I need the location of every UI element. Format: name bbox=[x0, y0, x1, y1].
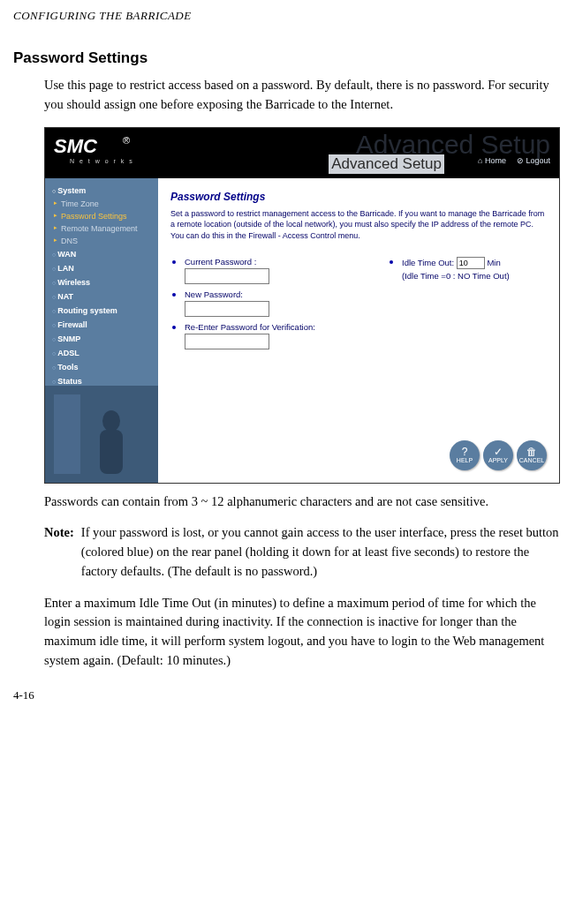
router-screenshot: SMC ® N e t w o r k s Advanced Setup Adv… bbox=[44, 127, 560, 484]
sidebar-illustration bbox=[45, 386, 158, 483]
idle-timeout-hint: (Idle Time =0 : NO Time Out) bbox=[402, 271, 547, 281]
verify-password-row: Re-Enter Password for Verification: bbox=[170, 322, 388, 349]
content-heading: Password Settings bbox=[170, 191, 547, 203]
password-form: Current Password : New Password: Re-Ente… bbox=[170, 257, 547, 355]
person-icon bbox=[45, 386, 158, 483]
home-link[interactable]: ⌂ Home bbox=[478, 156, 506, 165]
current-password-row: Current Password : bbox=[170, 257, 388, 284]
screenshot-header: SMC ® N e t w o r k s Advanced Setup Adv… bbox=[45, 128, 559, 178]
help-icon: ? bbox=[462, 447, 468, 457]
action-buttons: ? HELP ✓ APPLY 🗑 CANCEL bbox=[450, 440, 547, 470]
verify-password-label: Re-Enter Password for Verification: bbox=[185, 322, 315, 332]
current-password-input[interactable] bbox=[185, 268, 269, 284]
header-title: Advanced Setup bbox=[329, 154, 444, 174]
nav-system[interactable]: System bbox=[45, 184, 158, 198]
running-header: CONFIGURING THE BARRICADE bbox=[13, 9, 562, 23]
note-block: Note: If your password is lost, or you c… bbox=[44, 523, 562, 581]
nav-nat[interactable]: NAT bbox=[45, 289, 158, 304]
note-label: Note: bbox=[44, 523, 74, 581]
note-text: If your password is lost, or you cannot … bbox=[81, 523, 562, 581]
new-password-input[interactable] bbox=[185, 301, 269, 317]
nav-dns[interactable]: DNS bbox=[45, 235, 158, 247]
content-description: Set a password to restrict management ac… bbox=[170, 208, 547, 242]
help-button[interactable]: ? HELP bbox=[450, 440, 480, 470]
form-left-column: Current Password : New Password: Re-Ente… bbox=[170, 257, 388, 355]
apply-button[interactable]: ✓ APPLY bbox=[483, 440, 513, 470]
nav-remote-management[interactable]: Remote Management bbox=[45, 222, 158, 235]
new-password-row: New Password: bbox=[170, 289, 388, 317]
screenshot-body: System Time Zone Password Settings Remot… bbox=[45, 178, 559, 483]
idle-timeout-unit: Min bbox=[487, 258, 500, 267]
verify-password-input[interactable] bbox=[185, 334, 269, 349]
nav-lan[interactable]: LAN bbox=[45, 261, 158, 275]
nav-adsl[interactable]: ADSL bbox=[45, 346, 158, 360]
manual-page: CONFIGURING THE BARRICADE Password Setti… bbox=[0, 0, 575, 720]
nav-routing[interactable]: Routing system bbox=[45, 304, 158, 318]
nav-firewall[interactable]: Firewall bbox=[45, 318, 158, 332]
nav-snmp[interactable]: SNMP bbox=[45, 332, 158, 346]
idle-paragraph: Enter a maximum Idle Time Out (in minute… bbox=[44, 594, 562, 671]
cancel-icon: 🗑 bbox=[526, 447, 537, 457]
idle-timeout-input[interactable] bbox=[457, 257, 485, 269]
nav-wireless[interactable]: Wireless bbox=[45, 275, 158, 289]
nav-wan[interactable]: WAN bbox=[45, 247, 158, 261]
idle-timeout-label: Idle Time Out: bbox=[402, 258, 454, 267]
svg-point-2 bbox=[102, 410, 120, 432]
nav-timezone[interactable]: Time Zone bbox=[45, 198, 158, 210]
logout-icon: ⊘ bbox=[517, 156, 526, 165]
brand-logo: SMC bbox=[54, 135, 97, 158]
idle-timeout-row: Idle Time Out: Min (Idle Time =0 : NO Ti… bbox=[388, 257, 547, 281]
nav-tools[interactable]: Tools bbox=[45, 360, 158, 374]
logout-link[interactable]: ⊘ Logout bbox=[517, 156, 550, 165]
section-title: Password Settings bbox=[13, 49, 562, 67]
brand-sublabel: N e t w o r k s bbox=[70, 158, 134, 164]
svg-rect-1 bbox=[54, 394, 80, 474]
registered-mark: ® bbox=[123, 135, 130, 146]
home-icon: ⌂ bbox=[478, 156, 485, 165]
nav-password-settings[interactable]: Password Settings bbox=[45, 210, 158, 222]
svg-rect-3 bbox=[100, 430, 123, 474]
page-number: 4-16 bbox=[13, 688, 562, 702]
intro-paragraph: Use this page to restrict access based o… bbox=[44, 76, 562, 115]
current-password-label: Current Password : bbox=[185, 257, 256, 267]
new-password-label: New Password: bbox=[185, 289, 243, 299]
form-right-column: Idle Time Out: Min (Idle Time =0 : NO Ti… bbox=[388, 257, 547, 355]
apply-icon: ✓ bbox=[494, 447, 503, 457]
cancel-button[interactable]: 🗑 CANCEL bbox=[517, 440, 547, 470]
nav-sidebar: System Time Zone Password Settings Remot… bbox=[45, 178, 158, 483]
after-screenshot-paragraph: Passwords can contain from 3 ~ 12 alphan… bbox=[44, 492, 562, 512]
content-pane: Password Settings Set a password to rest… bbox=[158, 178, 559, 483]
